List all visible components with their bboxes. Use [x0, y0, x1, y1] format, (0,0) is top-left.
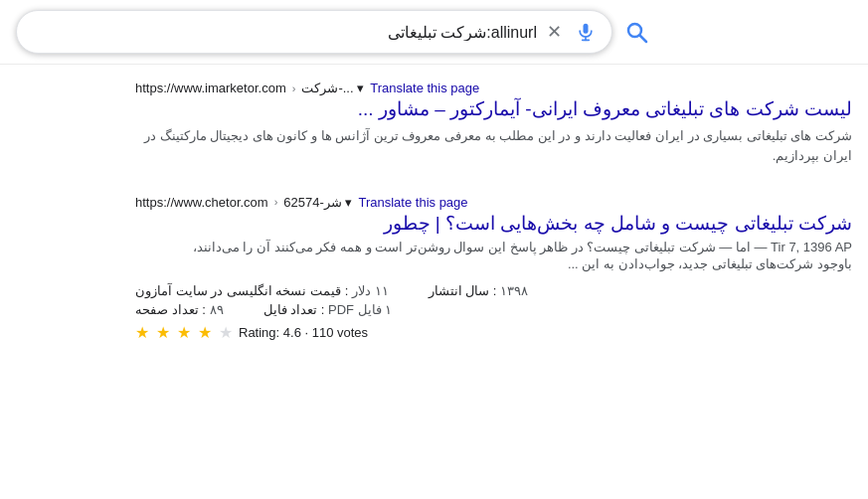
search-icon [624, 20, 648, 44]
result-url: https://www.chetor.com [135, 195, 268, 210]
result-title[interactable]: لیست شرکت های تبلیغاتی معروف ایرانی- آیم… [135, 97, 852, 122]
rating-text: Rating: 4.6 · 110 votes [239, 325, 368, 340]
breadcrumb-text: شرکت-... ▾ [301, 81, 364, 95]
clear-icon: ✕ [547, 21, 562, 43]
extra-info-label: سال انتشار [429, 283, 490, 298]
extra-info-label: تعداد فایل [263, 302, 318, 317]
clear-button[interactable]: ✕ [545, 19, 564, 45]
results-area: https://www.imarketor.com › شرکت-... ▾ T… [119, 65, 868, 386]
translate-link[interactable]: Translate this page [370, 81, 479, 95]
result-snippet: شرکت های تبلیغاتی بسیاری در ایران فعالیت… [135, 126, 852, 167]
svg-line-4 [640, 36, 647, 43]
search-bar-container: allinurl:شرکت تبلیغاتی ✕ [0, 0, 868, 65]
translate-link[interactable]: Translate this page [358, 195, 467, 210]
extra-info-pages: ۸۹ : تعداد صفحه [135, 302, 224, 317]
mic-icon [576, 22, 596, 42]
result-url-row: https://www.imarketor.com › شرکت-... ▾ T… [135, 81, 852, 95]
extra-info-files: ۱ فایل PDF : تعداد فایل [263, 302, 393, 317]
search-button[interactable] [624, 20, 648, 44]
result-title[interactable]: شرکت تبلیغاتی چیست و شامل چه بخش‌هایی اس… [135, 212, 852, 237]
star-2: ★ [156, 323, 171, 342]
extra-info-row-bottom: ۸۹ : تعداد صفحه ۱ فایل PDF : تعداد فایل [135, 302, 852, 317]
result-snippet: باوجود شرکت‌های تبلیغاتی جدید، جواب‌دادن… [135, 254, 852, 275]
date-snippet: Tir 7, 1396 AP — اما — شرکت تبلیغاتی چیس… [135, 240, 852, 254]
voice-search-button[interactable] [574, 20, 598, 44]
search-bar: allinurl:شرکت تبلیغاتی ✕ [16, 10, 612, 54]
star-5-empty: ★ [219, 323, 233, 342]
svg-rect-0 [584, 24, 589, 34]
translate-dropdown: Translate this page [370, 81, 479, 95]
extra-info-row-top: ۱۱ دلار : قیمت نسخه انگلیسی در سایت آماز… [135, 283, 852, 298]
star-1: ★ [135, 323, 150, 342]
result-url-row: https://www.chetor.com › شر-62574 ▾ Tran… [135, 195, 852, 210]
extra-info-value: ۱۳۹۸ [500, 283, 528, 298]
breadcrumb-arrow: › [274, 196, 278, 208]
extra-info-value: ۱۱ دلار [352, 283, 389, 298]
extra-info-amazon-price: ۱۱ دلار : قیمت نسخه انگلیسی در سایت آماز… [135, 283, 389, 298]
breadcrumb-text: شر-62574 ▾ [283, 195, 352, 210]
extra-info-value: ۸۹ [210, 302, 224, 317]
rating-row: ★ ★ ★ ★ ★ Rating: 4.6 · 110 votes [135, 323, 852, 342]
translate-dropdown: Translate this page [358, 195, 467, 210]
star-4: ★ [198, 323, 213, 342]
extra-info-grid: ۱۱ دلار : قیمت نسخه انگلیسی در سایت آماز… [135, 283, 852, 317]
result-item: https://www.chetor.com › شر-62574 ▾ Tran… [119, 195, 868, 342]
search-input[interactable]: allinurl:شرکت تبلیغاتی [31, 23, 537, 41]
breadcrumb-arrow: › [292, 83, 296, 94]
extra-info-year: ۱۳۹۸ : سال انتشار [429, 283, 529, 298]
extra-info-label: قیمت نسخه انگلیسی در سایت آمازون [135, 283, 341, 298]
extra-info-label: تعداد صفحه [135, 302, 199, 317]
extra-info-value: ۱ فایل PDF [328, 302, 392, 317]
result-url: https://www.imarketor.com [135, 81, 286, 95]
star-3: ★ [177, 323, 192, 342]
search-icon-group: ✕ [545, 19, 598, 45]
result-item: https://www.imarketor.com › شرکت-... ▾ T… [119, 81, 868, 167]
